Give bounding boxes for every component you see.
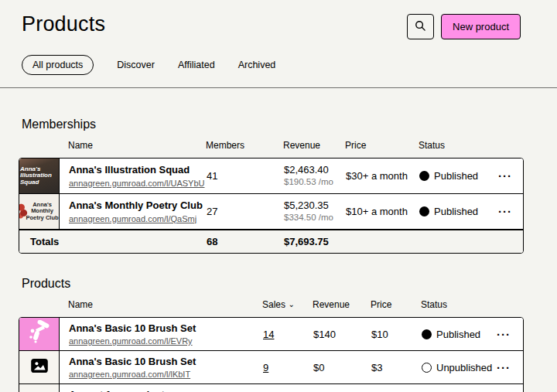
products-table: Anna's Basic 10 Brush Set annagreen.gumr… <box>19 317 524 392</box>
row-menu-button[interactable]: ··· <box>495 362 524 373</box>
revenue-monthly: $190.53 /mo <box>284 177 346 188</box>
product-name: Anna's Basic 10 Brush Set <box>69 356 263 368</box>
memberships-section: Memberships Name Members Revenue Price S… <box>0 118 557 254</box>
published-dot-icon <box>422 329 432 339</box>
sales-count-link[interactable]: 14 <box>263 329 313 340</box>
revenue: $0 <box>313 362 371 373</box>
row-menu-button[interactable]: ··· <box>497 170 524 182</box>
table-row[interactable]: Anna's Basic 10 Brush Set annagreen.gumr… <box>19 318 523 351</box>
status-badge: Published <box>419 170 497 182</box>
product-name: Anna's Basic 10 Brush Set <box>69 322 263 335</box>
product-url-link[interactable]: annagreen.gumroad.com/l/lKbIT <box>69 370 263 379</box>
product-thumbnail-placeholder <box>19 384 60 392</box>
totals-row: Totals 68 $7,693.75 <box>19 230 523 253</box>
published-dot-icon <box>419 206 429 216</box>
membership-thumbnail: Anna's Illustration Squad <box>19 159 60 193</box>
row-menu-button[interactable]: ··· <box>497 206 524 217</box>
published-dot-icon <box>419 171 429 181</box>
membership-name: Anna's Monthly Poetry Club <box>69 199 207 212</box>
col-status: Status <box>421 299 494 310</box>
membership-url-link[interactable]: annagreen.gumroad.com/l/UASYbU <box>69 179 207 188</box>
status-label: Unpublished <box>436 362 492 373</box>
products-table-header: Name Sales ⌄ Revenue Price Status <box>19 292 524 317</box>
tab-discover[interactable]: Discover <box>117 60 155 70</box>
col-revenue: Revenue <box>283 140 345 151</box>
status-badge: Published <box>422 329 495 340</box>
col-price: Price <box>345 140 419 151</box>
products-section: Products Name Sales ⌄ Revenue Price Stat… <box>0 277 557 392</box>
revenue-total: $5,230.35 <box>284 199 346 213</box>
products-page: Products New product All products Discov… <box>0 0 557 392</box>
status-label: Published <box>434 170 478 182</box>
memberships-table-header: Name Members Revenue Price Status <box>19 133 524 158</box>
search-icon <box>415 20 426 34</box>
sales-count-link[interactable]: 9 <box>263 362 313 373</box>
col-revenue: Revenue <box>313 299 371 310</box>
image-placeholder-icon <box>31 359 48 376</box>
price: $10 <box>371 329 422 340</box>
chevron-down-icon: ⌄ <box>288 300 294 308</box>
product-url-link[interactable]: annagreen.gumroad.com/l/EVRy <box>69 336 263 346</box>
thumbnail-text: Anna's Illustration Squad <box>19 165 59 187</box>
revenue-monthly: $334.50 /mo <box>284 213 346 223</box>
status-badge: Published <box>419 206 497 217</box>
table-row[interactable]: A great free product annagreen.gumroad.c… <box>19 384 523 392</box>
members-count: 27 <box>207 206 284 217</box>
tab-affiliated[interactable]: Affiliated <box>178 60 215 70</box>
paintbrush-image <box>26 320 53 348</box>
col-sales-sort[interactable]: Sales ⌄ <box>262 299 313 310</box>
tab-archived[interactable]: Archived <box>238 60 276 70</box>
page-title: Products <box>22 12 105 36</box>
status-label: Published <box>434 206 478 217</box>
membership-thumbnail: Anna's Monthly Poetry Club <box>19 194 60 229</box>
revenue: $140 <box>313 329 371 340</box>
revenue-total: $2,463.40 <box>284 164 346 177</box>
header-divider <box>0 87 557 88</box>
col-members: Members <box>206 140 283 151</box>
page-header: Products New product All products Discov… <box>0 0 557 87</box>
product-name: A great free product <box>69 389 263 392</box>
totals-label: Totals <box>19 236 207 247</box>
status-badge: Unpublished <box>422 362 495 373</box>
memberships-table: Anna's Illustration Squad Anna's Illustr… <box>19 158 524 254</box>
unpublished-dot-icon <box>422 363 432 373</box>
membership-url-link[interactable]: annagreen.gumroad.com/l/QaSmj <box>69 214 207 223</box>
membership-name: Anna's Illustration Squad <box>69 164 207 176</box>
col-name: Name <box>59 140 206 151</box>
members-count: 41 <box>207 170 284 182</box>
totals-members: 68 <box>207 236 284 247</box>
table-row[interactable]: Anna's Illustration Squad Anna's Illustr… <box>19 159 523 194</box>
status-label: Published <box>436 329 480 340</box>
price: $30+ a month <box>346 170 419 182</box>
totals-revenue: $7,693.75 <box>284 236 346 247</box>
search-button[interactable] <box>407 14 434 39</box>
price: $3 <box>371 362 422 373</box>
col-name: Name <box>59 299 262 310</box>
row-menu-button[interactable]: ··· <box>495 329 524 340</box>
product-tabs: All products Discover Affiliated Archive… <box>22 55 537 87</box>
products-heading: Products <box>22 277 524 291</box>
product-thumbnail-brush <box>19 318 60 350</box>
tab-all-products[interactable]: All products <box>22 55 94 75</box>
col-price: Price <box>371 299 421 310</box>
product-thumbnail-placeholder <box>19 351 60 383</box>
memberships-heading: Memberships <box>22 118 524 131</box>
table-row[interactable]: Anna's Basic 10 Brush Set annagreen.gumr… <box>19 351 523 384</box>
table-row[interactable]: Anna's Monthly Poetry Club Anna's Monthl… <box>19 194 523 230</box>
col-status: Status <box>419 140 496 151</box>
price: $10+ a month <box>346 206 419 217</box>
new-product-button[interactable]: New product <box>441 14 521 39</box>
